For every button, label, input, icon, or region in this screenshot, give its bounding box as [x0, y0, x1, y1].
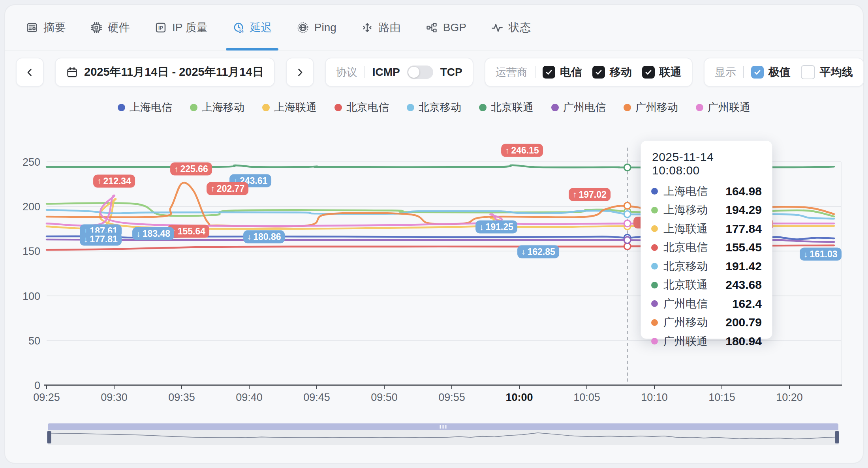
divider	[535, 66, 535, 78]
protocol-option-icmp[interactable]: ICMP	[372, 66, 400, 79]
tooltip-row: 上海联通177.84	[651, 219, 762, 238]
series-color-dot	[118, 104, 125, 111]
checked-checkbox-icon	[592, 66, 605, 79]
series-color-dot	[551, 104, 559, 111]
series-color-dot	[651, 207, 658, 213]
tab-ip[interactable]: IPIP 质量	[154, 5, 208, 50]
display-group: 显示 极值平均线	[704, 58, 864, 87]
tooltip-series-name: 上海联通	[663, 221, 708, 236]
tab-label: BGP	[443, 21, 466, 34]
tooltip-series-value: 155.45	[725, 241, 762, 254]
divider	[364, 66, 365, 78]
series-color-dot	[651, 263, 658, 270]
clock-24-icon: 24	[232, 21, 245, 34]
tooltip-series-name: 广州电信	[663, 296, 708, 311]
series-color-dot	[651, 300, 658, 307]
tab-bar: 摘要硬件IPIP 质量24延迟Ping路由BGP状态	[5, 5, 863, 51]
legend-item[interactable]: 广州电信	[551, 100, 606, 114]
divider	[743, 66, 744, 78]
svg-text:IP: IP	[158, 25, 163, 30]
datazoom-overview[interactable]	[48, 430, 838, 445]
tab-label: 延迟	[250, 20, 272, 35]
carrier-options: 电信移动联通	[543, 65, 682, 80]
series-color-dot	[479, 104, 487, 111]
datazoom-handle-right[interactable]	[835, 431, 839, 443]
legend-label: 广州移动	[635, 100, 678, 114]
carrier-checkbox-1[interactable]: 移动	[592, 65, 632, 80]
pulse-icon	[491, 21, 504, 34]
series-color-dot	[190, 104, 197, 111]
tab-latency[interactable]: 24延迟	[232, 5, 272, 50]
tab-route[interactable]: 路由	[361, 5, 401, 50]
unchecked-checkbox-icon	[801, 65, 815, 79]
legend-item[interactable]: 北京联通	[479, 100, 534, 114]
protocol-group: 协议 ICMP TCP	[325, 58, 473, 87]
prev-date-button[interactable]	[16, 58, 44, 87]
tooltip-series-value: 243.68	[725, 278, 762, 292]
tooltip-series-value: 177.84	[725, 222, 762, 236]
series-color-dot	[651, 244, 658, 251]
series-color-dot	[651, 338, 658, 344]
tab-ping[interactable]: Ping	[297, 5, 336, 50]
tab-status[interactable]: 状态	[491, 5, 531, 50]
legend-item[interactable]: 北京电信	[334, 100, 389, 114]
tooltip-row: 上海电信164.98	[651, 182, 762, 201]
datazoom-handle-left[interactable]	[47, 431, 51, 443]
checked-checkbox-icon	[642, 66, 655, 79]
network-nodes-icon	[425, 21, 438, 34]
legend-item[interactable]: 广州联通	[696, 100, 750, 114]
legend-item[interactable]: 上海联通	[262, 100, 317, 114]
globe-icon	[297, 21, 309, 34]
legend-item[interactable]: 北京移动	[407, 100, 461, 114]
series-color-dot	[334, 104, 342, 111]
ip-icon: IP	[154, 21, 167, 34]
checked-checkbox-icon	[751, 66, 764, 79]
tooltip-series-name: 广州移动	[663, 315, 708, 330]
legend-label: 上海移动	[202, 100, 244, 114]
carrier-checkbox-2[interactable]: 联通	[642, 65, 682, 80]
protocol-option-tcp[interactable]: TCP	[440, 66, 462, 79]
tooltip-series-name: 上海电信	[663, 184, 708, 199]
carrier-checkbox-0[interactable]: 电信	[543, 65, 582, 80]
legend-label: 北京移动	[419, 100, 461, 114]
legend-label: 广州联通	[708, 100, 750, 114]
protocol-toggle[interactable]	[407, 66, 433, 79]
tooltip-row: 北京电信155.45	[651, 238, 762, 257]
svg-text:24: 24	[239, 28, 243, 33]
tab-label: 硬件	[108, 20, 130, 35]
series-color-dot	[407, 104, 414, 111]
protocol-group-label: 协议	[336, 65, 357, 79]
toggle-knob	[408, 67, 419, 78]
carrier-option-label: 电信	[560, 65, 582, 80]
datazoom-grip[interactable]	[440, 425, 447, 429]
tab-label: 状态	[509, 20, 531, 35]
route-arrows-icon	[361, 21, 374, 34]
tooltip-series-name: 北京联通	[663, 277, 708, 292]
tab-summary[interactable]: 摘要	[26, 5, 66, 50]
tab-hardware[interactable]: 硬件	[90, 5, 130, 50]
tooltip-series-name: 广州联通	[663, 334, 708, 349]
tooltip-series-value: 162.4	[732, 297, 762, 311]
series-color-dot	[651, 225, 658, 232]
display-checkbox-1[interactable]: 平均线	[801, 65, 853, 80]
series-color-dot	[651, 282, 658, 288]
tooltip-row: 北京联通243.68	[651, 276, 762, 295]
legend-item[interactable]: 广州移动	[624, 100, 678, 114]
legend-item[interactable]: 上海电信	[118, 100, 172, 114]
tab-bgp[interactable]: BGP	[425, 5, 466, 50]
summary-icon	[26, 21, 38, 34]
carrier-option-label: 联通	[659, 65, 682, 80]
chart-tooltip: 2025-11-14 10:08:00 上海电信164.98上海移动194.29…	[641, 140, 772, 339]
datazoom-slider[interactable]	[48, 423, 838, 445]
tooltip-row: 广州移动200.79	[651, 313, 762, 332]
cpu-icon	[90, 21, 103, 34]
legend-label: 上海电信	[130, 100, 172, 114]
carrier-option-label: 移动	[610, 65, 632, 80]
next-date-button[interactable]	[286, 58, 314, 87]
calendar-icon	[66, 66, 78, 79]
legend-item[interactable]: 上海移动	[190, 100, 244, 114]
display-checkbox-0[interactable]: 极值	[751, 65, 791, 80]
tooltip-series-name: 上海移动	[663, 202, 708, 217]
chart-toolbar: 2025年11月14日 - 2025年11月14日 协议 ICMP TCP 运营…	[16, 58, 852, 87]
date-range-button[interactable]: 2025年11月14日 - 2025年11月14日	[55, 58, 275, 87]
